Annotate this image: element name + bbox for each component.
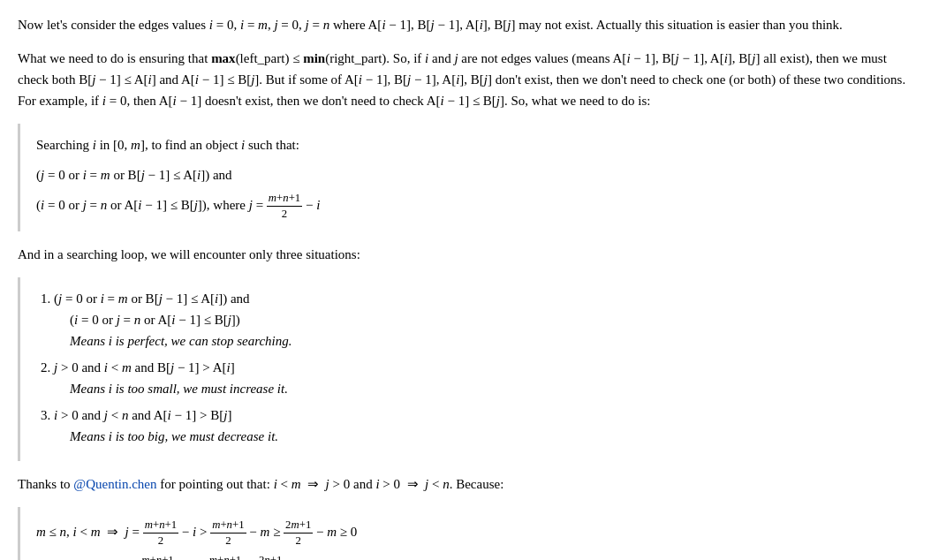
situations-block: (j = 0 or i = m or B[j − 1] ≤ A[i]) and … <box>18 277 913 461</box>
thanks-paragraph: Thanks to @Quentin.chen for pointing out… <box>18 473 913 495</box>
paragraph-2: What we need to do is ensuring that max(… <box>18 48 913 111</box>
paragraph-3: And in a searching loop, we will encount… <box>18 244 913 265</box>
proof-block: m ≤ n, i < m ⇒ j = m+n+12 − i > m+n+12 −… <box>18 507 913 560</box>
situations-list: (j = 0 or i = m or B[j − 1] ≤ A[i]) and … <box>36 288 897 447</box>
block1-line1: (j = 0 or i = m or B[j − 1] ≤ A[i]) and <box>36 164 897 185</box>
block1-line2: (i = 0 or j = n or A[i − 1] ≤ B[j]), whe… <box>36 191 897 221</box>
situation-3: i > 0 and j < n and A[i − 1] > B[j] Mean… <box>54 405 897 447</box>
paragraph-1: Now let's consider the edges values i = … <box>18 14 913 35</box>
quentin-link[interactable]: @Quentin.chen <box>73 477 156 491</box>
search-text: Searching i in [0, m], to find an object… <box>36 134 897 155</box>
situation-2: j > 0 and i < m and B[j − 1] > A[i] Mean… <box>54 357 897 399</box>
proof-line2: m ≤ n, i > 0 ⇒ j = m+n+12 − i < m+n+12 ≤… <box>36 553 897 560</box>
proof-line1: m ≤ n, i < m ⇒ j = m+n+12 − i > m+n+12 −… <box>36 518 897 548</box>
situation-1: (j = 0 or i = m or B[j − 1] ≤ A[i]) and … <box>54 288 897 352</box>
search-block: Searching i in [0, m], to find an object… <box>18 124 913 231</box>
